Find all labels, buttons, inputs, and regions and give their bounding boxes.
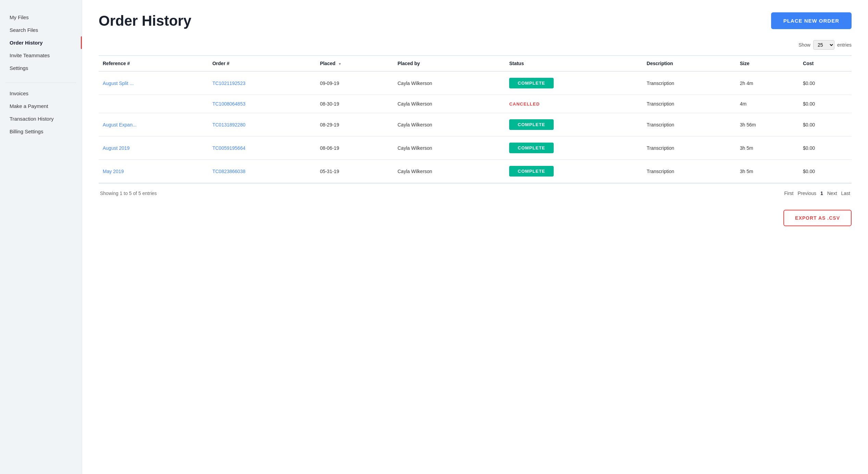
cell-status: COMPLETE [505, 136, 642, 160]
pagination-previous[interactable]: Previous [797, 191, 816, 196]
cell-placed-by: Cayla Wilkerson [393, 160, 505, 183]
sidebar-item-make-payment[interactable]: Make a Payment [0, 100, 82, 112]
sidebar-item-invite-teammates[interactable]: Invite Teammates [0, 49, 82, 62]
table-row: August 2019TC005919566408-06-19Cayla Wil… [99, 136, 852, 160]
sidebar-item-billing-settings[interactable]: Billing Settings [0, 125, 82, 138]
page-header: Order History PLACE NEW ORDER [99, 12, 852, 29]
cell-size: 2h 4m [736, 71, 799, 95]
cell-placed-by: Cayla Wilkerson [393, 113, 505, 136]
cell-cost: $0.00 [799, 136, 852, 160]
table-header-row: Reference # Order # Placed ▼ Placed by S… [99, 56, 852, 71]
entries-select[interactable]: 10 25 50 100 [813, 40, 834, 50]
cell-status: COMPLETE [505, 113, 642, 136]
show-entries-row: Show 10 25 50 100 entries [99, 40, 852, 50]
order-link[interactable]: TC0059195664 [212, 145, 246, 151]
col-order: Order # [208, 56, 316, 71]
sidebar-item-transaction-history[interactable]: Transaction History [0, 112, 82, 125]
sidebar-top-section: My Files Search Files Order History Invi… [0, 11, 82, 74]
cell-status: COMPLETE [505, 160, 642, 183]
show-label: Show [798, 42, 810, 48]
order-link[interactable]: TC1008064853 [212, 101, 246, 107]
sidebar-bottom-section: Invoices Make a Payment Transaction Hist… [0, 87, 82, 138]
entries-after-label: entries [837, 42, 852, 48]
cell-order: TC1008064853 [208, 95, 316, 113]
cell-status: CANCELLED [505, 95, 642, 113]
col-placed[interactable]: Placed ▼ [316, 56, 393, 71]
table-row: August Expan...TC013189228008-29-19Cayla… [99, 113, 852, 136]
cell-size: 3h 5m [736, 136, 799, 160]
order-link[interactable]: TC1021192523 [212, 81, 246, 86]
cell-reference [99, 95, 208, 113]
cell-reference: August Split ... [99, 71, 208, 95]
cell-description: Transcription [643, 160, 736, 183]
sidebar-item-my-files[interactable]: My Files [0, 11, 82, 24]
col-description: Description [643, 56, 736, 71]
status-badge: COMPLETE [509, 143, 554, 153]
pagination-current: 1 [820, 191, 823, 196]
cell-size: 3h 56m [736, 113, 799, 136]
order-link[interactable]: TC0131892280 [212, 122, 246, 127]
sidebar-item-settings[interactable]: Settings [0, 62, 82, 74]
cell-placed-by: Cayla Wilkerson [393, 71, 505, 95]
cell-description: Transcription [643, 113, 736, 136]
cell-order: TC0059195664 [208, 136, 316, 160]
cell-placed-by: Cayla Wilkerson [393, 136, 505, 160]
cell-description: Transcription [643, 71, 736, 95]
place-order-button[interactable]: PLACE NEW ORDER [771, 12, 852, 29]
page-title: Order History [99, 13, 191, 29]
cell-order: TC1021192523 [208, 71, 316, 95]
cell-cost: $0.00 [799, 95, 852, 113]
col-status: Status [505, 56, 642, 71]
cell-placed-by: Cayla Wilkerson [393, 95, 505, 113]
sidebar-divider [5, 83, 76, 83]
cell-order: TC0823866038 [208, 160, 316, 183]
placed-sort-icon: ▼ [338, 62, 341, 66]
cell-placed: 08-06-19 [316, 136, 393, 160]
cell-reference: August Expan... [99, 113, 208, 136]
col-reference: Reference # [99, 56, 208, 71]
table-row: TC100806485308-30-19Cayla WilkersonCANCE… [99, 95, 852, 113]
sidebar-item-invoices[interactable]: Invoices [0, 87, 82, 100]
pagination-showing: Showing 1 to 5 of 5 entries [100, 191, 157, 196]
reference-link[interactable]: August Split ... [103, 81, 134, 86]
cell-cost: $0.00 [799, 113, 852, 136]
status-badge: CANCELLED [509, 101, 540, 107]
table-row: May 2019TC082386603805-31-19Cayla Wilker… [99, 160, 852, 183]
cell-cost: $0.00 [799, 71, 852, 95]
order-link[interactable]: TC0823866038 [212, 169, 246, 174]
cell-order: TC0131892280 [208, 113, 316, 136]
reference-link[interactable]: August Expan... [103, 122, 137, 127]
cell-size: 4m [736, 95, 799, 113]
table-body: August Split ...TC102119252309-09-19Cayl… [99, 71, 852, 183]
pagination-next[interactable]: Next [827, 191, 837, 196]
cell-placed: 08-29-19 [316, 113, 393, 136]
cell-description: Transcription [643, 136, 736, 160]
cell-status: COMPLETE [505, 71, 642, 95]
col-placed-by: Placed by [393, 56, 505, 71]
pagination-row: Showing 1 to 5 of 5 entries First Previo… [99, 183, 852, 199]
export-csv-button[interactable]: EXPORT AS .CSV [783, 210, 852, 226]
cell-placed: 05-31-19 [316, 160, 393, 183]
sidebar-item-order-history[interactable]: Order History [0, 36, 82, 49]
export-row: EXPORT AS .CSV [99, 210, 852, 226]
col-size: Size [736, 56, 799, 71]
cell-description: Transcription [643, 95, 736, 113]
cell-reference: August 2019 [99, 136, 208, 160]
status-badge: COMPLETE [509, 78, 554, 88]
sidebar: My Files Search Files Order History Invi… [0, 0, 82, 474]
sidebar-item-search-files[interactable]: Search Files [0, 24, 82, 36]
table-row: August Split ...TC102119252309-09-19Cayl… [99, 71, 852, 95]
order-table-container: Reference # Order # Placed ▼ Placed by S… [99, 55, 852, 183]
pagination-controls: First Previous 1 Next Last [784, 191, 850, 196]
cell-cost: $0.00 [799, 160, 852, 183]
order-table: Reference # Order # Placed ▼ Placed by S… [99, 56, 852, 183]
reference-link[interactable]: May 2019 [103, 169, 124, 174]
cell-placed: 09-09-19 [316, 71, 393, 95]
status-badge: COMPLETE [509, 166, 554, 177]
cell-reference: May 2019 [99, 160, 208, 183]
status-badge: COMPLETE [509, 119, 554, 130]
reference-link[interactable]: August 2019 [103, 145, 130, 151]
cell-size: 3h 5m [736, 160, 799, 183]
pagination-last[interactable]: Last [841, 191, 850, 196]
pagination-first[interactable]: First [784, 191, 793, 196]
